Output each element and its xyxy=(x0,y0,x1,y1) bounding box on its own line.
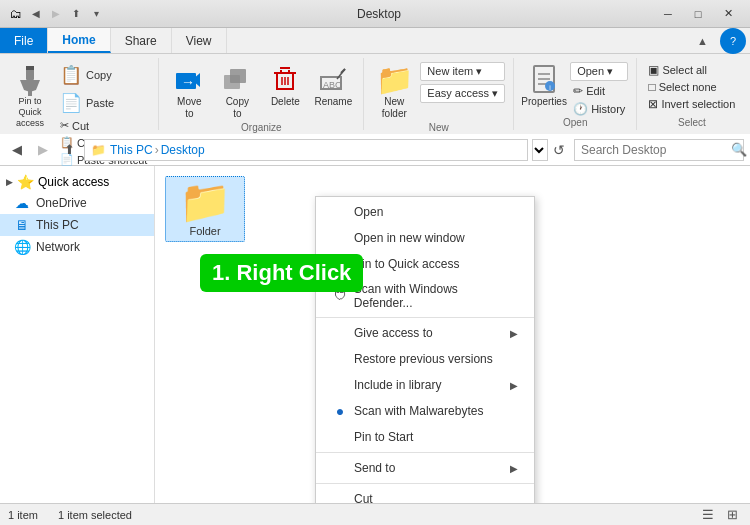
ctx-send-to[interactable]: Send to ▶ xyxy=(316,455,534,481)
large-icons-view-button[interactable]: ⊞ xyxy=(722,506,742,524)
onedrive-label: OneDrive xyxy=(36,196,87,210)
folder-label: Folder xyxy=(189,225,220,237)
title-bar: 🗂 ◀ ▶ ⬆ ▾ Desktop ─ □ ✕ xyxy=(0,0,750,28)
ctx-library-label: Include in library xyxy=(354,378,441,392)
ctx-open-label: Open xyxy=(354,205,383,219)
ctx-open[interactable]: Open xyxy=(316,199,534,225)
back-button[interactable]: ◀ xyxy=(6,139,28,161)
ctx-scan-malwarebytes[interactable]: ● Scan with Malwarebytes xyxy=(316,398,534,424)
paste-button[interactable]: 📄 Paste xyxy=(56,90,150,116)
new-folder-icon: 📁 xyxy=(378,64,410,96)
move-to-icon: → xyxy=(173,64,205,96)
ctx-restore-icon xyxy=(332,351,348,367)
pin-icon xyxy=(14,64,46,96)
easy-access-button[interactable]: Easy access ▾ xyxy=(420,84,505,103)
cut-button[interactable]: ✂ Cut xyxy=(56,118,150,133)
pin-to-quick-access-button[interactable]: Pin to Quick access xyxy=(8,62,52,130)
address-path[interactable]: 📁 This PC › Desktop xyxy=(84,139,528,161)
clipboard-group: Pin to Quick access 📋 Copy 📄 Paste ✂ Cut… xyxy=(0,58,159,130)
open-dropdown-button[interactable]: Open ▾ xyxy=(570,62,628,81)
tab-share[interactable]: Share xyxy=(111,28,172,53)
copy-icon: 📋 xyxy=(60,64,82,86)
folder-item[interactable]: 📁 Folder xyxy=(165,176,245,242)
new-item-button[interactable]: New item ▾ xyxy=(420,62,505,81)
edit-icon: ✏ xyxy=(573,84,583,98)
invert-selection-button[interactable]: ⊠ Invert selection xyxy=(645,96,738,112)
quick-access-section[interactable]: ▶ ⭐ Quick access xyxy=(0,170,154,192)
item-count: 1 item xyxy=(8,509,38,521)
sidebar-item-network[interactable]: 🌐 Network xyxy=(0,236,154,258)
search-icon: 🔍 xyxy=(731,142,747,157)
sidebar-item-onedrive[interactable]: ☁ OneDrive xyxy=(0,192,154,214)
rename-label: Rename xyxy=(314,96,352,108)
maximize-button[interactable]: □ xyxy=(684,4,712,24)
details-view-button[interactable]: ☰ xyxy=(698,506,718,524)
history-button[interactable]: 🕐 History xyxy=(570,101,628,117)
forward-icon[interactable]: ▶ xyxy=(48,6,64,22)
ctx-include-library[interactable]: Include in library ▶ xyxy=(316,372,534,398)
rename-icon: ABC xyxy=(317,64,349,96)
ctx-sep-2 xyxy=(316,452,534,453)
selected-count: 1 item selected xyxy=(58,509,132,521)
delete-icon xyxy=(269,64,301,96)
help-button[interactable]: ? xyxy=(720,28,746,54)
qat-icon2[interactable]: ▾ xyxy=(88,6,104,22)
easy-access-label: Easy access ▾ xyxy=(427,87,498,100)
ctx-restore-versions[interactable]: Restore previous versions xyxy=(316,346,534,372)
ribbon-tabs: File Home Share View ▲ ? xyxy=(0,28,750,54)
ctx-pin-start[interactable]: Pin to Start xyxy=(316,424,534,450)
quick-access-label: Quick access xyxy=(38,175,109,189)
path-dropdown[interactable] xyxy=(532,139,548,161)
search-input[interactable] xyxy=(581,143,731,157)
ctx-pin-start-icon xyxy=(332,429,348,445)
copy-button[interactable]: 📋 Copy xyxy=(56,62,150,88)
up-button[interactable]: ⬆ xyxy=(58,139,80,161)
properties-button[interactable]: i Properties xyxy=(522,62,566,110)
back-icon[interactable]: ◀ xyxy=(28,6,44,22)
ctx-cut[interactable]: Cut xyxy=(316,486,534,503)
forward-button[interactable]: ▶ xyxy=(32,139,54,161)
tab-view[interactable]: View xyxy=(172,28,227,53)
open-label: Open ▾ xyxy=(577,65,613,78)
ctx-sep-3 xyxy=(316,483,534,484)
ctx-library-icon xyxy=(332,377,348,393)
select-none-button[interactable]: □ Select none xyxy=(645,79,738,95)
pin-label: Pin to Quick access xyxy=(8,96,52,128)
ribbon-collapse[interactable]: ▲ xyxy=(689,28,716,53)
window-title: Desktop xyxy=(110,7,648,21)
new-group: 📁 Newfolder New item ▾ Easy access ▾ New xyxy=(364,58,514,130)
tab-file[interactable]: File xyxy=(0,28,48,53)
search-box: 🔍 xyxy=(574,139,744,161)
ctx-give-access[interactable]: Give access to ▶ xyxy=(316,320,534,346)
ctx-send-label: Send to xyxy=(354,461,395,475)
close-button[interactable]: ✕ xyxy=(714,4,742,24)
copy-to-button[interactable]: Copyto xyxy=(215,62,259,122)
qat-icon1[interactable]: ⬆ xyxy=(68,6,84,22)
paste-label: Paste xyxy=(86,97,114,109)
sidebar-item-this-pc[interactable]: 🖥 This PC xyxy=(0,214,154,236)
move-to-button[interactable]: → Moveto xyxy=(167,62,211,122)
cut-label: Cut xyxy=(72,120,89,132)
tab-home[interactable]: Home xyxy=(48,28,110,53)
ctx-open-icon xyxy=(332,204,348,220)
ctx-open-window-label: Open in new window xyxy=(354,231,465,245)
select-all-label: Select all xyxy=(662,64,707,76)
ctx-open-new-window[interactable]: Open in new window xyxy=(316,225,534,251)
path-arrow: 📁 xyxy=(91,143,106,157)
new-folder-button[interactable]: 📁 Newfolder xyxy=(372,62,416,122)
refresh-button[interactable]: ↺ xyxy=(548,139,570,161)
window-controls: ─ □ ✕ xyxy=(654,4,742,24)
organize-label: Organize xyxy=(167,122,355,135)
edit-button[interactable]: ✏ Edit xyxy=(570,83,628,99)
select-all-button[interactable]: ▣ Select all xyxy=(645,62,738,78)
minimize-button[interactable]: ─ xyxy=(654,4,682,24)
delete-button[interactable]: Delete xyxy=(263,62,307,110)
move-to-label: Moveto xyxy=(177,96,201,120)
path-this-pc[interactable]: This PC xyxy=(110,143,153,157)
path-desktop[interactable]: Desktop xyxy=(161,143,205,157)
copy-label: Copy xyxy=(86,69,112,81)
rename-button[interactable]: ABC Rename xyxy=(311,62,355,110)
sidebar: ▶ ⭐ Quick access ☁ OneDrive 🖥 This PC 🌐 … xyxy=(0,166,155,503)
open-group: i Properties Open ▾ ✏ Edit 🕐 History Ope… xyxy=(514,58,637,130)
invert-icon: ⊠ xyxy=(648,97,658,111)
